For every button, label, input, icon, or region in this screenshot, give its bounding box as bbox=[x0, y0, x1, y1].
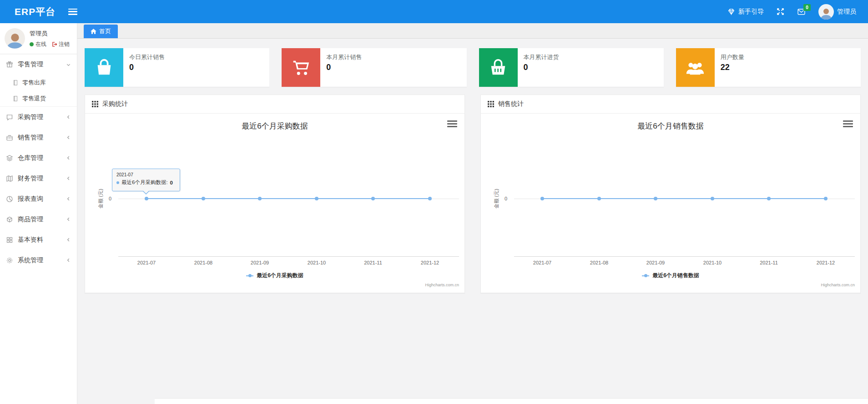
guide-button[interactable]: 新手引导 bbox=[727, 8, 764, 16]
sidebar-item-label: 仓库管理 bbox=[18, 154, 61, 162]
erp-app: ERP平台 新手引导 0 bbox=[0, 0, 868, 404]
data-point[interactable] bbox=[654, 197, 657, 200]
y-axis-tick-label: 0 bbox=[98, 196, 111, 201]
top-navbar: ERP平台 新手引导 0 bbox=[0, 0, 868, 23]
sidebar-item-retail[interactable]: 零售管理 bbox=[0, 54, 77, 75]
panel-header: 销售统计 bbox=[481, 95, 860, 114]
stat-cards-row: 今日累计销售 0 本月累计销售 0 bbox=[85, 48, 861, 87]
legend-item[interactable]: 最近6个月采购数据 bbox=[85, 272, 464, 279]
sidebar-item-retail-outbound[interactable]: 零售出库 bbox=[0, 75, 77, 90]
tab-home[interactable]: 首页 bbox=[84, 25, 118, 38]
data-point[interactable] bbox=[202, 197, 205, 200]
sidebar-item-purchase[interactable]: 采购管理 bbox=[0, 107, 77, 127]
x-axis-tick-label: 2021-12 bbox=[817, 260, 835, 265]
messages-button[interactable]: 0 bbox=[797, 8, 806, 15]
highcharts-credit-link[interactable]: Highcharts.com.cn bbox=[425, 283, 459, 287]
pie-chart-icon bbox=[6, 195, 13, 203]
data-point[interactable] bbox=[258, 197, 262, 200]
sidebar-item-sales[interactable]: 销售管理 bbox=[0, 127, 77, 148]
panel-title: 销售统计 bbox=[498, 100, 524, 108]
sales-chart: 最近6个月销售数据 金额 (元) 0 bbox=[481, 114, 860, 293]
chevron-left-icon bbox=[66, 155, 71, 160]
sidebar-item-basic-data[interactable]: 基本资料 bbox=[0, 229, 77, 250]
sidebar-item-label: 零售退货 bbox=[22, 95, 46, 103]
chevron-left-icon bbox=[66, 217, 71, 222]
grid-icon bbox=[6, 236, 13, 244]
sidebar-menu: 零售管理 零售出库 零售退货 bbox=[0, 54, 77, 270]
user-menu[interactable]: 管理员 bbox=[818, 4, 856, 20]
logout-link[interactable]: 注销 bbox=[51, 40, 70, 48]
box-icon bbox=[6, 216, 13, 223]
x-axis-tick-label: 2021-12 bbox=[421, 260, 439, 265]
chevron-left-icon bbox=[66, 135, 71, 140]
app-logo[interactable]: ERP平台 bbox=[0, 5, 68, 18]
tooltip-series-label: 最近6个月采购数据: bbox=[121, 179, 168, 186]
page-content: 今日累计销售 0 本月累计销售 0 bbox=[77, 48, 868, 293]
sidebar-item-warehouse[interactable]: 仓库管理 bbox=[0, 148, 77, 168]
sidebar-item-system[interactable]: 系统管理 bbox=[0, 250, 77, 270]
sidebar-item-label: 零售管理 bbox=[18, 60, 61, 69]
data-point[interactable] bbox=[540, 197, 544, 200]
sidebar-item-label: 零售出库 bbox=[22, 79, 46, 87]
fullscreen-button[interactable] bbox=[777, 8, 784, 15]
gift-icon bbox=[6, 61, 13, 68]
sidebar-item-goods[interactable]: 商品管理 bbox=[0, 209, 77, 229]
sales-stats-panel: 销售统计 最近6个月销售数据 金额 (元) 0 bbox=[480, 95, 861, 293]
sidebar-submenu-retail: 零售出库 零售退货 bbox=[0, 75, 77, 107]
x-axis-line bbox=[514, 256, 855, 257]
x-axis-tick-label: 2021-09 bbox=[251, 260, 269, 265]
panel-title: 采购统计 bbox=[102, 100, 128, 108]
chevron-left-icon bbox=[66, 115, 71, 120]
sidebar-user-info: 管理员 在线 注销 bbox=[30, 28, 70, 49]
stat-card-value: 0 bbox=[326, 63, 362, 72]
data-point[interactable] bbox=[597, 197, 601, 200]
highcharts-credit-link[interactable]: Highcharts.com.cn bbox=[821, 283, 855, 287]
fullscreen-icon bbox=[777, 8, 784, 15]
briefcase-icon bbox=[6, 134, 13, 141]
stat-card-value: 0 bbox=[524, 63, 559, 72]
x-axis-tick-label: 2021-08 bbox=[194, 260, 212, 265]
online-status-dot bbox=[30, 42, 34, 46]
sidebar-item-label: 商品管理 bbox=[18, 215, 61, 224]
data-point[interactable] bbox=[315, 197, 318, 200]
legend-item[interactable]: 最近6个月销售数据 bbox=[481, 272, 860, 279]
data-point[interactable] bbox=[767, 197, 771, 200]
sidebar-item-reports[interactable]: 报表查询 bbox=[0, 189, 77, 209]
sidebar-item-label: 销售管理 bbox=[18, 134, 61, 142]
sidebar-item-retail-return[interactable]: 零售退货 bbox=[0, 90, 77, 106]
legend-marker-icon bbox=[246, 275, 253, 276]
data-point[interactable] bbox=[371, 197, 375, 200]
data-point[interactable] bbox=[824, 197, 828, 200]
basket-icon bbox=[479, 48, 518, 87]
chevron-left-icon bbox=[66, 258, 71, 263]
logout-label: 注销 bbox=[59, 40, 70, 48]
sidebar-user-panel: 管理员 在线 注销 bbox=[0, 23, 77, 54]
footer-bar bbox=[155, 398, 868, 404]
data-point[interactable] bbox=[428, 197, 432, 200]
series-marker-icon bbox=[116, 181, 119, 184]
x-axis-tick-label: 2021-11 bbox=[364, 260, 382, 265]
cart-icon bbox=[282, 48, 320, 87]
sidebar-item-label: 采购管理 bbox=[18, 113, 61, 121]
stat-card-month-purchase: 本月累计进货 0 bbox=[479, 48, 664, 87]
sidebar-item-finance[interactable]: 财务管理 bbox=[0, 168, 77, 189]
sidebar-item-label: 系统管理 bbox=[18, 256, 61, 264]
home-icon bbox=[91, 29, 96, 34]
tooltip-arrow bbox=[143, 190, 149, 194]
data-point[interactable] bbox=[145, 197, 148, 200]
chevron-left-icon bbox=[66, 237, 71, 242]
plot-area: 2021-07 2021-08 2021-09 2021-10 2021-11 … bbox=[118, 114, 459, 293]
sidebar-toggle-button[interactable] bbox=[68, 9, 77, 15]
navbar-right: 新手引导 0 管理员 bbox=[727, 4, 868, 20]
user-name: 管理员 bbox=[837, 8, 856, 16]
data-point[interactable] bbox=[711, 197, 714, 200]
guide-label: 新手引导 bbox=[738, 8, 764, 16]
legend-marker-icon bbox=[642, 275, 649, 276]
x-axis-tick-label: 2021-09 bbox=[646, 260, 665, 265]
series-line bbox=[542, 198, 826, 199]
chevron-left-icon bbox=[66, 196, 71, 201]
stat-card-label: 本月累计销售 bbox=[326, 53, 362, 61]
plot-area: 2021-07 2021-08 2021-09 2021-10 2021-11 … bbox=[514, 114, 855, 293]
document-icon bbox=[12, 80, 19, 86]
avatar bbox=[818, 4, 834, 20]
